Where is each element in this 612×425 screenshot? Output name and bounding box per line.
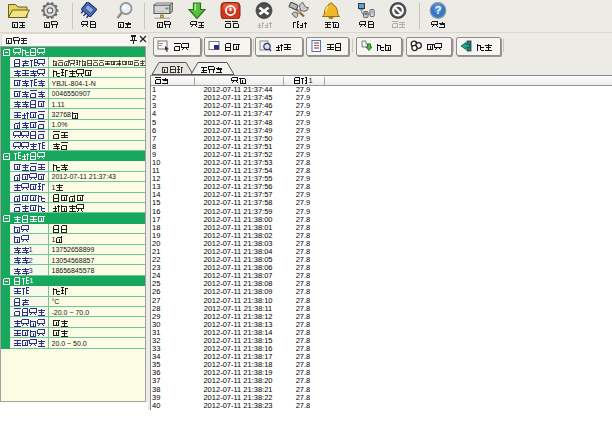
svg-text:?: ?	[435, 4, 442, 16]
